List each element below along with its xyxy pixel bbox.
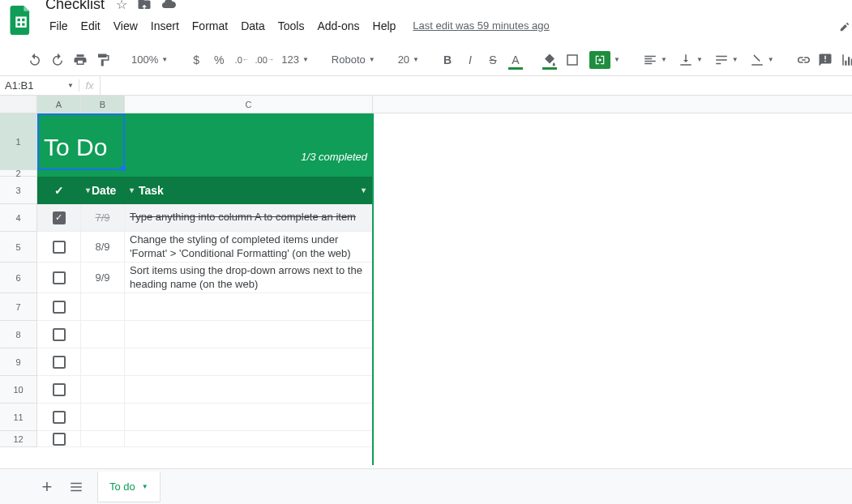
menu-tools[interactable]: Tools bbox=[272, 16, 310, 36]
title-cell[interactable]: To Do bbox=[37, 113, 125, 170]
row-header-12[interactable]: 12 bbox=[0, 431, 37, 447]
wrap-dropdown[interactable]: ▼ bbox=[709, 53, 743, 67]
move-icon[interactable] bbox=[137, 0, 152, 12]
name-box[interactable]: A1:B1▼ bbox=[0, 79, 79, 92]
date-cell[interactable] bbox=[81, 348, 125, 376]
checkbox-icon[interactable] bbox=[53, 241, 66, 254]
empty-cell[interactable] bbox=[373, 232, 852, 263]
spacer-row[interactable] bbox=[37, 170, 373, 177]
formula-input[interactable] bbox=[101, 76, 852, 95]
chart-button[interactable] bbox=[837, 49, 852, 71]
checkbox-icon[interactable] bbox=[53, 271, 66, 284]
fill-color-button[interactable] bbox=[539, 49, 560, 71]
row-header-1[interactable]: 1 bbox=[0, 113, 37, 170]
task-cell[interactable]: Change the styling of completed items un… bbox=[125, 232, 373, 263]
v-align-dropdown[interactable]: ▼ bbox=[674, 53, 708, 67]
sheet-tab[interactable]: To do▼ bbox=[97, 472, 161, 502]
task-cell[interactable]: Sort items using the drop-down arrows ne… bbox=[125, 263, 373, 293]
date-cell[interactable]: 9/9 bbox=[81, 263, 125, 293]
row-header-9[interactable]: 9 bbox=[0, 348, 37, 376]
menu-data[interactable]: Data bbox=[235, 16, 271, 36]
row-header-2[interactable]: 2 bbox=[0, 170, 37, 177]
task-cell[interactable] bbox=[125, 431, 373, 447]
empty-cell[interactable] bbox=[373, 376, 852, 404]
spreadsheet-grid[interactable]: A B C 1 To Do 1/3 completed 2 3 ✓ ▾Date … bbox=[0, 96, 852, 465]
checkbox-icon[interactable] bbox=[53, 301, 66, 314]
date-cell[interactable] bbox=[81, 431, 125, 447]
date-cell[interactable] bbox=[81, 376, 125, 404]
col-header-rest[interactable] bbox=[373, 96, 852, 113]
row-header-11[interactable]: 11 bbox=[0, 404, 37, 431]
checkbox-cell[interactable] bbox=[37, 204, 81, 232]
menu-file[interactable]: File bbox=[44, 16, 74, 36]
filter-icon[interactable]: ▾ bbox=[362, 186, 366, 194]
completed-cell[interactable]: 1/3 completed bbox=[125, 113, 373, 170]
checkbox-cell[interactable] bbox=[37, 321, 81, 348]
menu-edit[interactable]: Edit bbox=[75, 16, 106, 36]
task-cell[interactable] bbox=[125, 321, 373, 348]
checkbox-cell[interactable] bbox=[37, 348, 81, 376]
row-header-4[interactable]: 4 bbox=[0, 204, 37, 232]
header-check[interactable]: ✓ bbox=[37, 177, 81, 204]
empty-cell[interactable] bbox=[373, 177, 852, 204]
checkbox-cell[interactable] bbox=[37, 431, 81, 447]
font-dropdown[interactable]: Roboto▼ bbox=[327, 53, 380, 66]
increase-decimal-button[interactable]: .00→ bbox=[254, 49, 275, 71]
checkbox-cell[interactable] bbox=[37, 293, 81, 321]
date-cell[interactable] bbox=[81, 293, 125, 321]
currency-button[interactable]: $ bbox=[186, 49, 207, 71]
undo-button[interactable] bbox=[24, 49, 45, 71]
empty-cell[interactable] bbox=[373, 263, 852, 293]
checkbox-icon[interactable] bbox=[53, 356, 66, 369]
filter-icon[interactable]: ▾ bbox=[130, 186, 134, 194]
row-header-7[interactable]: 7 bbox=[0, 293, 37, 321]
rotate-dropdown[interactable]: ▼ bbox=[745, 53, 779, 67]
date-cell[interactable]: 8/9 bbox=[81, 232, 125, 263]
empty-cell[interactable] bbox=[373, 348, 852, 376]
last-edit-link[interactable]: Last edit was 59 minutes ago bbox=[413, 19, 549, 32]
number-format-dropdown[interactable]: 123▼ bbox=[276, 53, 314, 66]
row-header-3[interactable]: 3 bbox=[0, 177, 37, 204]
strikethrough-button[interactable]: S bbox=[482, 49, 503, 71]
empty-cell[interactable] bbox=[373, 431, 852, 447]
doc-title[interactable]: Checklist bbox=[42, 0, 108, 15]
empty-cell[interactable] bbox=[373, 321, 852, 348]
empty-cell[interactable] bbox=[373, 170, 852, 177]
checkbox-cell[interactable] bbox=[37, 263, 81, 293]
italic-button[interactable]: I bbox=[460, 49, 481, 71]
task-cell[interactable] bbox=[125, 404, 373, 431]
select-all-corner[interactable] bbox=[0, 96, 37, 113]
h-align-dropdown[interactable]: ▼ bbox=[638, 53, 672, 67]
row-header-5[interactable]: 5 bbox=[0, 232, 37, 263]
header-task[interactable]: Task bbox=[139, 184, 164, 197]
empty-cell[interactable] bbox=[373, 204, 852, 232]
all-sheets-button[interactable] bbox=[62, 472, 91, 502]
filter-icon[interactable]: ▾ bbox=[86, 186, 90, 194]
empty-cell[interactable] bbox=[373, 404, 852, 431]
merge-cells-dropdown[interactable]: ▼ bbox=[584, 51, 625, 69]
redo-button[interactable] bbox=[47, 49, 68, 71]
checkbox-icon[interactable] bbox=[53, 433, 66, 446]
menu-addons[interactable]: Add-ons bbox=[311, 16, 365, 36]
checkbox-icon[interactable] bbox=[53, 411, 66, 424]
link-button[interactable] bbox=[792, 49, 813, 71]
empty-cell[interactable] bbox=[373, 293, 852, 321]
row-header-10[interactable]: 10 bbox=[0, 376, 37, 404]
task-cell[interactable] bbox=[125, 293, 373, 321]
date-cell[interactable] bbox=[81, 404, 125, 431]
add-sheet-button[interactable]: + bbox=[32, 472, 62, 502]
zoom-dropdown[interactable]: 100%▼ bbox=[126, 53, 173, 66]
row-header-8[interactable]: 8 bbox=[0, 321, 37, 348]
menu-view[interactable]: View bbox=[108, 16, 143, 36]
checkbox-cell[interactable] bbox=[37, 376, 81, 404]
checkbox-icon[interactable] bbox=[53, 211, 66, 224]
checkbox-cell[interactable] bbox=[37, 232, 81, 263]
text-color-button[interactable]: A bbox=[505, 49, 526, 71]
bold-button[interactable]: B bbox=[437, 49, 458, 71]
cloud-status-icon[interactable] bbox=[161, 0, 176, 12]
row-header-6[interactable]: 6 bbox=[0, 263, 37, 293]
star-icon[interactable]: ☆ bbox=[116, 0, 127, 12]
date-cell[interactable] bbox=[81, 321, 125, 348]
col-header-a[interactable]: A bbox=[37, 96, 81, 113]
col-header-c[interactable]: C bbox=[125, 96, 373, 113]
